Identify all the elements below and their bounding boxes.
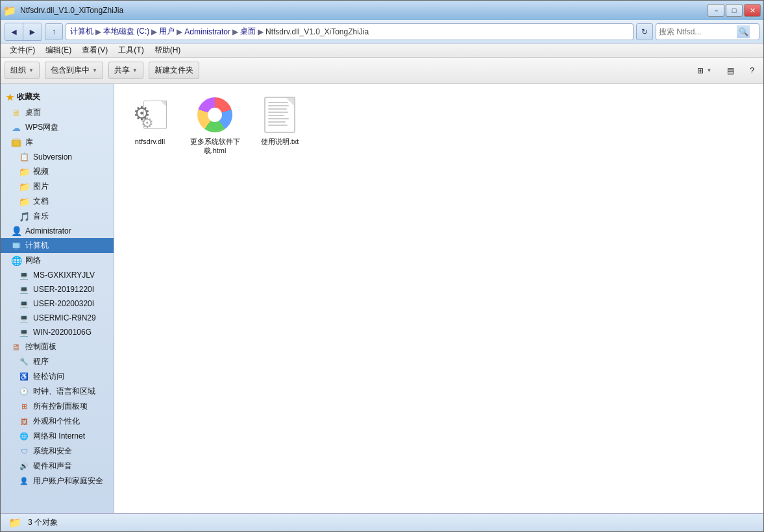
sidebar-item-hardware[interactable]: 🔊 硬件和声音 <box>1 459 114 474</box>
nav-button-group: ◄ ► <box>5 23 42 41</box>
network-icon: 🌐 <box>11 256 21 266</box>
close-button[interactable]: ✕ <box>744 4 761 17</box>
admin-icon: 👤 <box>11 226 21 236</box>
sidebar-item-network[interactable]: 🌐 网络 <box>1 253 114 268</box>
share-button[interactable]: 共享 ▼ <box>108 62 143 79</box>
txt-icon-visual <box>264 97 295 133</box>
minimize-button[interactable]: － <box>708 4 724 17</box>
toolbar: 组织 ▼ 包含到库中 ▼ 共享 ▼ 新建文件夹 ⊞ ▼ ▤ ? <box>1 58 763 84</box>
menu-file[interactable]: 文件(F) <box>5 43 40 57</box>
svg-rect-4 <box>14 248 18 250</box>
refresh-button[interactable]: ↻ <box>636 23 653 40</box>
sidebar-item-clock[interactable]: 🕐 时钟、语言和区域 <box>1 384 114 399</box>
appearance-label: 外观和个性化 <box>33 416 80 427</box>
maximize-button[interactable]: □ <box>726 4 743 17</box>
addressbar-row: ◄ ► ↑ 计算机 ▶ 本地磁盘 (C:) ▶ 用户 ▶ Administrat… <box>1 20 763 43</box>
view-button[interactable]: ⊞ ▼ <box>692 64 717 78</box>
sidebar-item-subversion[interactable]: 📋 Subversion <box>1 150 114 164</box>
sidebar-item-images[interactable]: 📁 图片 <box>1 179 114 194</box>
view-dropdown-icon: ▼ <box>706 67 711 73</box>
titlebar: 📁 Ntfsdrv.dll_V1.0_XiTongZhiJia － □ ✕ <box>1 1 763 20</box>
new-folder-button[interactable]: 新建文件夹 <box>149 62 199 79</box>
dll-file-name: ntfsdrv.dll <box>135 137 165 146</box>
file-item-html[interactable]: 更多系统软件下载.html <box>186 90 244 161</box>
computer-network-icon-4: 💻 <box>19 313 29 323</box>
search-input[interactable] <box>659 27 737 36</box>
include-library-button[interactable]: 包含到库中 ▼ <box>45 62 103 79</box>
sidebar-item-network-user2[interactable]: 💻 USER-20200320I <box>1 296 114 311</box>
organize-button[interactable]: 组织 ▼ <box>5 62 40 79</box>
system-security-label: 系统和安全 <box>33 446 72 457</box>
file-item-txt[interactable]: 使用说明.txt <box>251 90 309 161</box>
docs-label: 文档 <box>33 196 49 207</box>
forward-button[interactable]: ► <box>23 23 42 40</box>
back-button[interactable]: ◄ <box>5 23 23 40</box>
menu-help[interactable]: 帮助(H) <box>149 43 186 57</box>
search-bar[interactable]: 🔍 <box>656 23 759 40</box>
menu-edit[interactable]: 编辑(E) <box>40 43 77 57</box>
sidebar-item-library[interactable]: 库 <box>1 135 114 150</box>
system-security-icon: 🛡 <box>19 446 29 457</box>
search-button[interactable]: 🔍 <box>737 25 750 38</box>
share-label: 共享 <box>114 65 130 76</box>
menu-view[interactable]: 查看(V) <box>77 43 113 57</box>
favorites-section[interactable]: ★ 收藏夹 <box>1 89 114 105</box>
desktop-folder-icon: 🖥 <box>11 108 21 118</box>
programs-icon: 🔧 <box>19 357 29 367</box>
computer-network-icon-1: 💻 <box>19 270 29 280</box>
sidebar-item-network-user1[interactable]: 💻 USER-20191220I <box>1 282 114 296</box>
sidebar-item-wps[interactable]: ☁ WPS网盘 <box>1 120 114 135</box>
favorites-star-icon: ★ <box>6 92 14 103</box>
view-icon: ⊞ <box>697 66 704 75</box>
sidebar-item-programs[interactable]: 🔧 程序 <box>1 354 114 369</box>
allcp-icon: ⊞ <box>19 402 29 412</box>
images-label: 图片 <box>33 181 49 192</box>
content-area: ★ 收藏夹 🖥 桌面 ☁ WPS网盘 库 <box>1 84 763 513</box>
images-folder-icon: 📁 <box>19 182 29 192</box>
up-button[interactable]: ↑ <box>45 23 63 40</box>
sidebar-item-all-cp[interactable]: ⊞ 所有控制面板项 <box>1 399 114 414</box>
accessibility-icon: ♿ <box>19 372 29 382</box>
sidebar-item-appearance[interactable]: 🖼 外观和个性化 <box>1 414 114 429</box>
wps-icon: ☁ <box>11 123 21 133</box>
breadcrumb-computer[interactable]: 计算机 <box>70 26 93 37</box>
sidebar-item-controlpanel[interactable]: 🖥 控制面板 <box>1 339 114 354</box>
breadcrumb-users[interactable]: 用户 <box>159 26 175 37</box>
sidebar-item-network-ms[interactable]: 💻 MS-GXKIXRYJLV <box>1 268 114 282</box>
details-pane-icon: ▤ <box>727 66 734 75</box>
sidebar-item-computer[interactable]: 计算机 <box>1 238 114 253</box>
breadcrumb-admin[interactable]: Administrator <box>184 27 230 36</box>
admin-label: Administrator <box>25 226 71 236</box>
sidebar-item-video[interactable]: 📁 视频 <box>1 164 114 179</box>
sidebar-item-network-usermic[interactable]: 💻 USERMIC-R9N29 <box>1 311 114 325</box>
music-folder-icon: 🎵 <box>19 212 29 222</box>
breadcrumb-drive[interactable]: 本地磁盘 (C:) <box>103 26 149 37</box>
sidebar-item-administrator[interactable]: 👤 Administrator <box>1 224 114 238</box>
help-toolbar-button[interactable]: ? <box>745 64 759 78</box>
sidebar-item-desktop[interactable]: 🖥 桌面 <box>1 105 114 120</box>
sidebar-item-docs[interactable]: 📁 文档 <box>1 194 114 209</box>
network-internet-icon: 🌐 <box>19 431 29 442</box>
allcp-label: 所有控制面板项 <box>33 401 88 412</box>
sidebar-item-useraccount[interactable]: 👤 用户账户和家庭安全 <box>1 474 114 489</box>
dll-file-icon: ⚙ ⚙ <box>130 95 169 134</box>
network-internet-label: 网络和 Internet <box>33 431 85 442</box>
menu-tools[interactable]: 工具(T) <box>113 43 149 57</box>
sidebar-item-music[interactable]: 🎵 音乐 <box>1 209 114 224</box>
breadcrumb-desktop[interactable]: 桌面 <box>240 26 256 37</box>
address-breadcrumb[interactable]: 计算机 ▶ 本地磁盘 (C:) ▶ 用户 ▶ Administrator ▶ 桌… <box>66 23 634 40</box>
sidebar-item-network-internet[interactable]: 🌐 网络和 Internet <box>1 429 114 444</box>
hardware-icon: 🔊 <box>19 461 29 472</box>
file-item-dll[interactable]: ⚙ ⚙ ntfsdrv.dll <box>121 90 179 161</box>
network-win-label: WIN-20200106G <box>33 328 92 337</box>
library-label: 库 <box>25 137 33 148</box>
sidebar-item-accessibility[interactable]: ♿ 轻松访问 <box>1 369 114 384</box>
titlebar-controls: － □ ✕ <box>708 4 761 17</box>
windows-explorer-window: 📁 Ntfsdrv.dll_V1.0_XiTongZhiJia － □ ✕ ◄ … <box>0 0 764 532</box>
sidebar-item-system-security[interactable]: 🛡 系统和安全 <box>1 444 114 459</box>
titlebar-left: 📁 Ntfsdrv.dll_V1.0_XiTongZhiJia <box>3 5 123 17</box>
sidebar-item-network-win[interactable]: 💻 WIN-20200106G <box>1 325 114 339</box>
accessibility-label: 轻松访问 <box>33 371 64 382</box>
details-pane-button[interactable]: ▤ <box>722 64 739 78</box>
docs-folder-icon: 📁 <box>19 197 29 207</box>
